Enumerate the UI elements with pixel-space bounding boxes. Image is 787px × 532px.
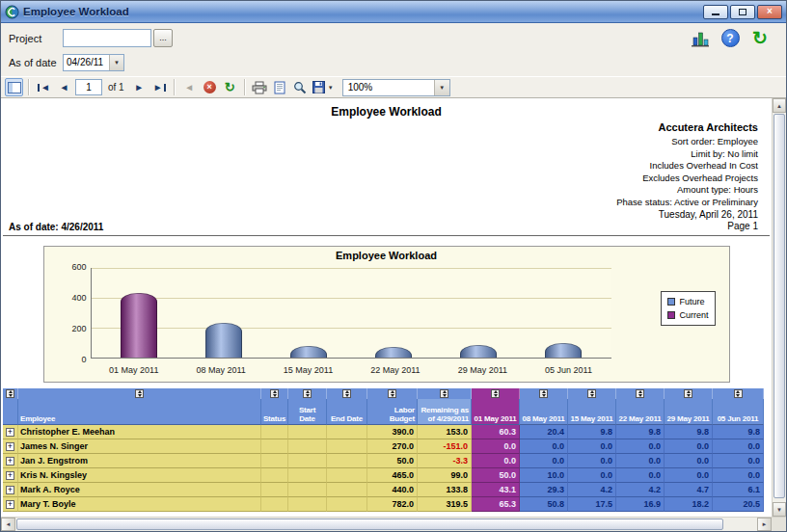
column-sort-button[interactable]: [327, 388, 367, 399]
week-hours-cell: 0.0: [616, 454, 665, 468]
scroll-up-button[interactable]: ▲: [773, 98, 786, 113]
report-page-number: Page 1: [659, 221, 758, 232]
column-sort-button[interactable]: [713, 388, 764, 399]
column-header-week-6[interactable]: 05 Jun 2011: [713, 399, 764, 425]
vertical-scroll-thumb[interactable]: [773, 114, 785, 498]
column-header-week-5[interactable]: 29 May 2011: [665, 399, 713, 425]
refresh-report-button[interactable]: ↻: [221, 78, 239, 96]
week-hours-cell: 65.3: [472, 497, 520, 512]
back-button[interactable]: ◄: [180, 78, 199, 96]
minimize-button[interactable]: [703, 5, 728, 19]
stop-icon: ×: [204, 81, 216, 93]
column-header-labor-budget[interactable]: Labor Budget: [367, 399, 418, 425]
page-number-input[interactable]: [75, 79, 102, 95]
next-page-icon: ►: [134, 82, 144, 93]
column-sort-button[interactable]: [367, 388, 418, 399]
column-sort-button[interactable]: [616, 388, 665, 399]
search-button[interactable]: [291, 78, 310, 96]
column-header-remaining[interactable]: Remaining as of 4/29/2011: [418, 399, 472, 425]
week-hours-cell: 4.2: [616, 483, 665, 497]
labor-budget-cell: 390.0: [367, 425, 418, 439]
remaining-cell: 319.5: [418, 497, 472, 512]
column-sort-button[interactable]: [418, 388, 472, 399]
week-hours-cell: 0.0: [472, 439, 520, 454]
column-header-week-4[interactable]: 22 May 2011: [616, 399, 665, 425]
labor-budget-cell: 50.0: [367, 454, 418, 468]
x-tick: 15 May 2011: [284, 365, 333, 375]
expander-column-header: [3, 399, 18, 425]
chart-title: Employee Workload: [44, 250, 729, 261]
column-sort-button[interactable]: [18, 388, 261, 399]
print-layout-button[interactable]: [271, 78, 289, 96]
zoom-select[interactable]: 100% ▼: [342, 79, 450, 96]
project-browse-button[interactable]: ...: [153, 29, 173, 47]
expand-icon: +: [6, 442, 14, 451]
week-hours-cell: 50.0: [472, 468, 520, 483]
scroll-down-button[interactable]: ▼: [773, 502, 786, 517]
column-sort-button[interactable]: [3, 388, 18, 399]
last-page-button[interactable]: ►: [150, 78, 169, 96]
week-hours-cell: 0.0: [616, 468, 665, 483]
week-hours-cell: 29.3: [520, 483, 568, 497]
column-sort-button[interactable]: [261, 388, 288, 399]
expand-icon: +: [6, 500, 14, 509]
report-chart-button[interactable]: [690, 28, 711, 49]
app-icon: [5, 5, 19, 19]
row-expander[interactable]: +: [3, 454, 18, 468]
horizontal-scrollbar[interactable]: ◄ ►: [1, 517, 786, 531]
column-sort-button[interactable]: [568, 388, 616, 399]
previous-page-button[interactable]: ◄: [55, 78, 73, 96]
vertical-scrollbar[interactable]: ▲ ▼: [772, 98, 786, 517]
scroll-left-button[interactable]: ◄: [1, 518, 15, 531]
column-header-status[interactable]: Status: [261, 399, 288, 425]
row-expander[interactable]: +: [3, 483, 18, 497]
column-sort-button[interactable]: [472, 388, 520, 399]
maximize-button[interactable]: [730, 5, 755, 19]
close-button[interactable]: ×: [757, 5, 782, 19]
refresh-button[interactable]: ↻: [749, 28, 771, 49]
horizontal-scroll-thumb[interactable]: [16, 519, 723, 530]
expand-icon: +: [6, 457, 14, 466]
print-button[interactable]: [251, 78, 269, 96]
maximize-icon: [739, 9, 746, 15]
row-expander[interactable]: +: [3, 425, 18, 439]
start-date-cell: [288, 497, 327, 512]
remaining-cell: -151.0: [418, 439, 472, 454]
row-expander[interactable]: +: [3, 468, 18, 483]
group-tree-icon: [8, 82, 21, 93]
labor-budget-cell: 270.0: [367, 439, 418, 454]
status-cell: [261, 483, 288, 497]
refresh-icon: ↻: [752, 29, 768, 47]
row-expander[interactable]: +: [3, 497, 18, 512]
report-meta-line: Phase status: Active or Preliminary: [616, 197, 758, 209]
week-hours-cell: 0.0: [713, 454, 764, 468]
column-sort-button[interactable]: [665, 388, 713, 399]
column-header-week-2[interactable]: 08 May 2011: [520, 399, 568, 425]
column-header-start-date[interactable]: Start Date: [288, 399, 327, 425]
start-date-cell: [288, 468, 327, 483]
group-tree-toggle-button[interactable]: [5, 78, 23, 96]
week-hours-cell: 0.0: [713, 439, 764, 454]
stop-button[interactable]: ×: [201, 78, 219, 96]
help-button[interactable]: ?: [719, 28, 741, 49]
zoom-dropdown-icon[interactable]: ▼: [434, 80, 449, 95]
next-page-button[interactable]: ►: [130, 78, 149, 96]
column-header-end-date[interactable]: End Date: [327, 399, 367, 425]
chevron-down-icon[interactable]: ▼: [109, 55, 123, 70]
start-date-cell: [288, 454, 327, 468]
export-button[interactable]: ▼: [312, 78, 335, 96]
column-sort-button[interactable]: [288, 388, 327, 399]
asof-date-select[interactable]: 04/26/11 ▼: [63, 54, 124, 71]
scroll-right-button[interactable]: ►: [757, 518, 772, 531]
row-expander[interactable]: +: [3, 439, 18, 454]
column-sort-button[interactable]: [520, 388, 568, 399]
column-header-week-3[interactable]: 15 May 2011: [568, 399, 616, 425]
project-input[interactable]: [63, 29, 151, 47]
week-hours-cell: 9.8: [665, 425, 713, 439]
table-header-row: Employee Status Start Date End Date Labo…: [3, 399, 764, 425]
week-hours-cell: 43.1: [472, 483, 520, 497]
x-tick: 01 May 2011: [109, 365, 158, 375]
column-header-employee[interactable]: Employee: [18, 399, 261, 425]
first-page-button[interactable]: ◄: [35, 78, 53, 96]
column-header-week-1[interactable]: 01 May 2011: [472, 399, 520, 425]
